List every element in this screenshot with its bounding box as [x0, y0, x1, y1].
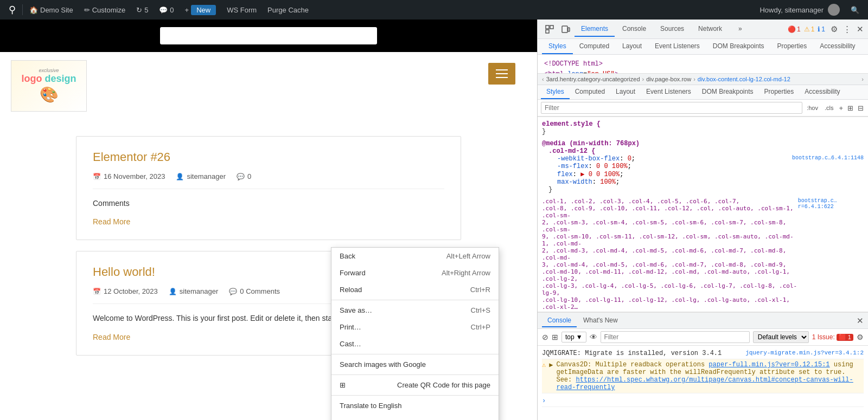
read-more-2[interactable]: Read More: [93, 333, 130, 341]
devtools-more-tabs[interactable]: »: [732, 22, 749, 37]
comments-link[interactable]: 💬 0: [155, 0, 178, 20]
console-filter-input[interactable]: [601, 331, 750, 343]
bc-next-arrow[interactable]: ›: [861, 76, 864, 82]
ctx-search-images[interactable]: Search images with Google: [331, 356, 499, 373]
ctx-divider3: [331, 374, 499, 375]
bc-prev-arrow[interactable]: ‹: [542, 76, 544, 82]
console-toolbar: ⊘ ⊞ top ▼ 👁 Default levels 1 Issue: 🟥 1 …: [538, 329, 868, 346]
console-tab-whats-new[interactable]: What's New: [578, 314, 623, 327]
styles-toggle-btn[interactable]: ⊟: [857, 103, 865, 113]
css-col-md-12-close: }: [548, 186, 552, 193]
console-close-btn[interactable]: ✕: [857, 316, 864, 326]
style-subtab-layout[interactable]: Layout: [610, 85, 641, 99]
console-settings-btn[interactable]: ⚙: [857, 333, 864, 341]
subtab-event-listeners[interactable]: Event Listeners: [648, 39, 706, 54]
styles-filter-hov[interactable]: :hov: [805, 104, 820, 112]
console-input-line[interactable]: ›: [542, 396, 864, 407]
css-source-bootstrap-1[interactable]: bootstrap.c…6.4.1:1148: [792, 155, 864, 163]
customize-link[interactable]: ✏ Customize: [80, 0, 130, 20]
console-expand-btn[interactable]: ⊞: [552, 333, 558, 341]
new-button[interactable]: + New: [181, 0, 221, 20]
site-search-bar[interactable]: [160, 27, 377, 44]
console-tab-console[interactable]: Console: [542, 314, 577, 327]
console-top-selector[interactable]: top ▼: [561, 332, 586, 343]
howdy-link[interactable]: Howdy, sitemanager: [755, 4, 844, 16]
subtab-dom-breakpoints[interactable]: DOM Breakpoints: [706, 39, 771, 54]
ctx-reload-label: Reload: [340, 286, 362, 294]
console-clear-btn[interactable]: ⊘: [542, 333, 548, 341]
devtools-tab-network[interactable]: Network: [692, 22, 729, 37]
style-subtab-accessibility[interactable]: Accessibility: [799, 85, 845, 99]
bc-item-2[interactable]: div.page-box.row: [646, 76, 691, 82]
css-flex: flex: ▶ 0 0 100%;: [548, 170, 864, 178]
subtab-accessibility[interactable]: Accessibility: [813, 39, 861, 54]
error-count: 1: [797, 25, 801, 33]
style-subtab-styles[interactable]: Styles: [541, 85, 570, 99]
devtools-more-options-btn[interactable]: ⋮: [843, 24, 851, 34]
console-level-select[interactable]: Default levels: [753, 331, 809, 343]
purge-cache-link[interactable]: Purge Cache: [263, 0, 313, 20]
canvas-link[interactable]: paper-full.min.js?ver=0.12.15:1: [709, 361, 829, 369]
customize-label: Customize: [92, 6, 125, 14]
ctx-forward[interactable]: Forward Alt+Right Arrow: [331, 264, 499, 281]
ctx-back[interactable]: Back Alt+Left Arrow: [331, 248, 499, 264]
console-msg-jq-src[interactable]: jquery-migrate.min.js?ver=3.4.1:2: [745, 350, 864, 357]
new-label[interactable]: New: [191, 5, 216, 15]
ctx-cast[interactable]: Cast…: [331, 335, 499, 352]
ctx-create-qr-label: Create QR Code for this page: [397, 381, 490, 389]
html-line-html[interactable]: <html lang="en-US">: [542, 69, 864, 74]
subtab-properties[interactable]: Properties: [771, 39, 814, 54]
bc-sep-2: ›: [693, 76, 695, 82]
style-subtab-properties[interactable]: Properties: [759, 85, 800, 99]
console-eye-btn[interactable]: 👁: [590, 333, 597, 341]
styles-filter-cls[interactable]: .cls: [822, 104, 836, 112]
style-subtab-event-listeners[interactable]: Event Listeners: [641, 85, 697, 99]
subtab-computed[interactable]: Computed: [573, 39, 616, 54]
post-date-1: 📅 16 November, 2023: [93, 172, 165, 180]
ctx-translate[interactable]: Translate to English: [331, 397, 499, 414]
styles-new-style-btn[interactable]: ⊞: [846, 103, 854, 113]
info-badge[interactable]: ℹ 1: [818, 25, 825, 33]
devtools-tab-sources[interactable]: Sources: [654, 22, 691, 37]
warning-badge[interactable]: ⚠ 1: [804, 25, 815, 33]
read-more-1[interactable]: Read More: [93, 217, 130, 226]
wp-logo[interactable]: ⚲: [4, 0, 20, 20]
styles-add-rule-btn[interactable]: +: [838, 103, 844, 113]
style-subtab-computed[interactable]: Computed: [570, 85, 610, 99]
hamburger-menu[interactable]: [488, 63, 515, 85]
console-issues-badge[interactable]: 1 Issue: 🟥 1: [812, 333, 853, 341]
post-author-1: 👤 sitemanager: [176, 172, 226, 180]
console-expand-arrow[interactable]: ▶: [549, 361, 553, 391]
bc-item-3[interactable]: div.box-content.col-lg-12.col-md-12: [698, 76, 790, 82]
devtools-inspect-element-btn[interactable]: [542, 22, 557, 37]
styles-filter-input[interactable]: [541, 102, 802, 114]
demo-site-link[interactable]: 🏠 Demo Site: [25, 0, 78, 20]
ctx-reload[interactable]: Reload Ctrl+R: [331, 281, 499, 298]
hamburger-line3: [496, 77, 508, 78]
search-button[interactable]: 🔍: [846, 6, 864, 14]
css-source-bootstrap-2[interactable]: bootstrap.c…r=6.4.1:622: [798, 198, 864, 210]
ctx-print[interactable]: Print… Ctrl+P: [331, 319, 499, 335]
bc-item-1[interactable]: 3ard.hentry.category-uncategorized: [546, 76, 640, 82]
ctx-cast-label: Cast…: [340, 340, 361, 348]
devtools-tab-console[interactable]: Console: [616, 22, 653, 37]
canvas-spec-link[interactable]: https://html.spec.whatwg.org/multipage/c…: [556, 376, 853, 391]
css-col-selector-line8: .col-lg-3, .col-lg-4, .col-lg-5, .col-lg…: [542, 282, 797, 296]
subtab-styles[interactable]: Styles: [542, 39, 573, 54]
devtools-device-btn[interactable]: [558, 22, 573, 37]
error-badge[interactable]: 🔴 1: [788, 25, 801, 33]
demo-site-icon: 🏠: [29, 6, 38, 14]
bc-sep-1: ›: [642, 76, 644, 82]
style-subtab-dom-breakpoints[interactable]: DOM Breakpoints: [697, 85, 759, 99]
updates-link[interactable]: ↻ 5: [132, 0, 152, 20]
devtools-tab-elements[interactable]: Elements: [575, 22, 615, 37]
ctx-save-as[interactable]: Save as… Ctrl+S: [331, 302, 499, 319]
ctx-view-source[interactable]: View page source Ctrl+U: [331, 414, 499, 420]
post-author-text-1: sitemanager: [187, 172, 226, 180]
devtools-close-btn[interactable]: ✕: [857, 24, 864, 34]
devtools-settings-btn[interactable]: ⚙: [831, 24, 838, 34]
ctx-create-qr[interactable]: ⊞ Create QR Code for this page: [331, 377, 499, 393]
subtab-layout[interactable]: Layout: [616, 39, 648, 54]
ws-form-link[interactable]: WS Form: [222, 0, 261, 20]
updates-icon: ↻: [136, 6, 142, 14]
